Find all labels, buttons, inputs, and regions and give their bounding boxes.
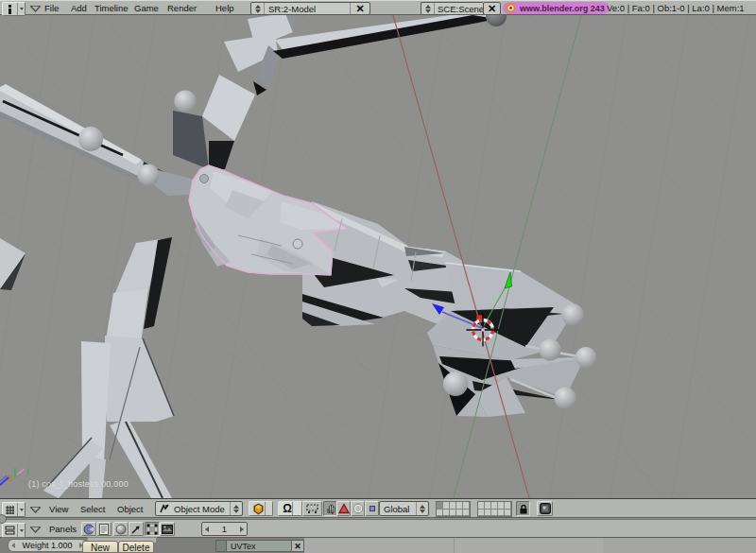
weight-left-arrow-icon[interactable] [11, 543, 15, 548]
panel-background-2 [603, 538, 756, 553]
proportional-edit-button[interactable] [302, 501, 322, 516]
context-shading-button[interactable] [113, 522, 129, 536]
menu-add[interactable]: Add [71, 3, 87, 13]
layer-toggle[interactable] [437, 502, 443, 510]
vertex-group-new-button[interactable]: New [82, 541, 118, 553]
object-icon [130, 524, 142, 535]
header-collapse-icon[interactable] [30, 527, 41, 533]
layer-toggle[interactable] [450, 502, 456, 510]
layer-toggle[interactable] [498, 502, 505, 510]
menu-file[interactable]: File [44, 3, 59, 13]
header-collapse-icon[interactable] [30, 507, 41, 513]
frame-spinner-value[interactable]: 1 [212, 524, 237, 534]
layer-toggle[interactable] [463, 510, 470, 517]
new-button-label: New [91, 543, 110, 553]
menu-view[interactable]: View [49, 503, 68, 513]
layer-toggle[interactable] [456, 502, 463, 510]
menu-help[interactable]: Help [215, 3, 234, 13]
layer-toggle[interactable] [485, 502, 491, 510]
layer-toggle[interactable] [491, 502, 498, 510]
spinner-icon[interactable] [251, 3, 265, 14]
chevron-down-icon [17, 524, 25, 537]
spinner-icon[interactable] [421, 3, 435, 14]
script-icon [98, 524, 110, 535]
context-logic-button[interactable] [81, 522, 96, 536]
layer-toggle[interactable] [450, 510, 456, 517]
context-script-button[interactable] [96, 522, 112, 536]
spinner-left-arrow-icon[interactable] [202, 527, 212, 532]
manipulator-translate-button[interactable] [336, 501, 351, 516]
weight-slider[interactable]: Weight 1.000 [8, 539, 87, 552]
chevron-down-icon [17, 3, 25, 15]
screen-close-button[interactable]: ✕ [350, 3, 369, 14]
panel-seam [454, 538, 455, 553]
grid-icon [3, 503, 17, 516]
layer-toggle[interactable] [437, 510, 443, 517]
layer-toggle[interactable] [443, 502, 450, 510]
manipulator-rotate-button[interactable] [351, 501, 365, 516]
dropdown-arrows-icon [230, 502, 242, 515]
orientation-dropdown[interactable]: Global [379, 501, 429, 516]
layer-toggle[interactable] [498, 510, 505, 517]
screen-selector-value[interactable]: SR:2-Model [265, 3, 350, 14]
lock-layers-button[interactable] [516, 501, 530, 516]
scene-selector-value[interactable]: SCE:Scene [435, 3, 483, 14]
manipulator-scale-button[interactable] [365, 501, 379, 516]
header-collapse-icon[interactable] [30, 6, 41, 12]
rotate-manipulator-icon [352, 503, 364, 514]
vertex-group-delete-button[interactable]: Delete [118, 541, 154, 553]
solid-draw-mode-icon [252, 503, 265, 515]
menu-timeline[interactable]: Timeline [94, 3, 129, 13]
viewport-window-type-button[interactable] [2, 502, 26, 517]
layer-toggle[interactable] [478, 510, 485, 517]
dropdown-arrows-icon [416, 502, 428, 515]
weight-slider-value[interactable]: Weight 1.000 [23, 541, 73, 550]
menu-game[interactable]: Game [134, 3, 159, 13]
mode-dropdown-value: Object Mode [170, 504, 230, 514]
screen-selector[interactable]: SR:2-Model ✕ [250, 2, 370, 15]
layer-toggle[interactable] [463, 502, 470, 510]
menu-object[interactable]: Object [117, 503, 143, 513]
pivot-dropdown[interactable]: Ω [278, 501, 302, 516]
buttons-header: Panels 1 [0, 519, 756, 538]
window-type-button[interactable] [2, 2, 26, 16]
object-mode-icon [159, 503, 170, 514]
frame-spinner[interactable]: 1 [201, 522, 248, 536]
layer-toggle[interactable] [505, 502, 511, 510]
scene-canvas [0, 15, 756, 498]
layer-toggle[interactable] [443, 510, 450, 517]
manipulator-hand-button[interactable] [323, 501, 337, 516]
scene-stats: Ve:0 | Fa:0 | Ob:1-0 | La:0 | Mem:1 [607, 3, 745, 13]
menu-select[interactable]: Select [80, 503, 105, 513]
spinner-right-arrow-icon[interactable] [237, 527, 247, 532]
version-badge[interactable]: www.blender.org 243 [503, 2, 610, 14]
viewport-3d[interactable]: (1) cos_f_hostess 00.000 [0, 15, 756, 498]
layer-toggle[interactable] [485, 510, 491, 517]
layer-toggle[interactable] [505, 510, 511, 517]
render-preview-button[interactable] [537, 501, 553, 516]
context-scene-button[interactable] [160, 522, 175, 536]
view3d-header: ViewSelectObject Object Mode Ω [0, 498, 756, 518]
buttons-window-icon [3, 524, 17, 537]
layer-toggle[interactable] [478, 502, 485, 510]
layer-toggle[interactable] [491, 510, 498, 517]
chevron-down-icon [17, 503, 25, 516]
uvtex-close-button[interactable]: ✕ [291, 540, 304, 552]
menu-render[interactable]: Render [167, 3, 197, 13]
uvtex-field-value[interactable]: UVTex [227, 542, 256, 551]
uvtex-field[interactable]: UVTex [215, 540, 293, 552]
hand-icon [325, 503, 336, 514]
panels-menu[interactable]: Panels [49, 524, 77, 534]
top-header: FileAddTimelineGameRenderHelp SR:2-Model… [0, 0, 756, 15]
layer-toggle[interactable] [456, 510, 463, 517]
layer-buttons-group-1 [436, 501, 471, 517]
scene-close-button[interactable]: ✕ [484, 3, 500, 14]
viewport-info-text: (1) cos_f_hostess 00.000 [28, 479, 129, 489]
buttons-window-type-button[interactable] [2, 523, 26, 538]
mode-dropdown[interactable]: Object Mode [155, 501, 243, 516]
scene-close-wrap: ✕ [483, 2, 501, 15]
context-object-button[interactable] [129, 522, 144, 536]
draw-mode-dropdown[interactable] [249, 501, 273, 516]
context-editing-button[interactable] [145, 522, 160, 536]
scene-selector[interactable]: SCE:Scene [421, 2, 483, 15]
